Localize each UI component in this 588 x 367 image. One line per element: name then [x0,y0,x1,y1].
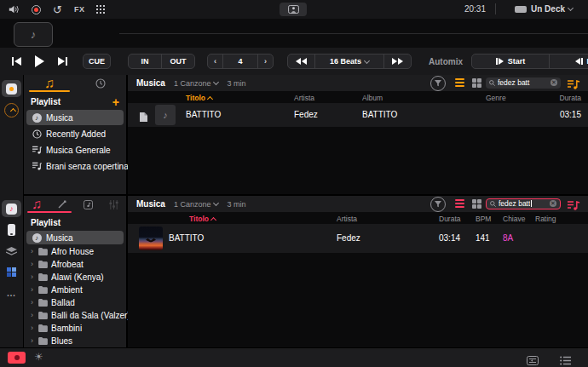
sidebar-item-folder[interactable]: › Balli da Sala (Valzer) [26,309,124,321]
search-input[interactable]: fedez batt ✕ [486,198,561,209]
filter-button[interactable] [430,197,446,212]
column-album[interactable]: Album [362,94,383,102]
track-duration: 03:15 [560,110,581,119]
playlist-icon [31,146,43,154]
sidebar-item-folder[interactable]: › Ballad [26,296,124,308]
disclosure-icon[interactable]: › [31,272,36,281]
bottom-bar: ☀ [0,347,588,367]
sharing-button[interactable] [280,3,307,16]
speaker-icon[interactable] [9,5,20,14]
disclosure-icon[interactable]: › [31,298,36,307]
beats-dropdown[interactable]: 16 Beats [315,54,383,68]
play-button[interactable] [35,55,44,67]
column-title[interactable]: Titolo [186,94,212,102]
automix-end-button[interactable]: End [550,54,588,68]
grid-view-button[interactable] [472,78,481,88]
deck-selector[interactable]: Un Deck [515,4,573,14]
list-view-button[interactable] [455,78,464,87]
column-duration[interactable]: Durata [559,94,581,102]
sidebar-item-folder[interactable]: › Blues [26,335,124,347]
column-artist[interactable]: Artista [294,94,314,102]
clear-search-button[interactable]: ✕ [550,200,556,207]
deck-track-tile[interactable]: ♪ [14,22,53,47]
filter-button[interactable] [430,76,446,91]
disclosure-icon[interactable]: › [31,311,36,319]
column-rating[interactable]: Rating [535,215,556,223]
sidebar-item-folder[interactable]: › Afro House [26,245,124,257]
deck-label: Un Deck [531,4,565,14]
column-artist[interactable]: Artista [337,215,357,223]
search-input[interactable]: fedez batt ✕ [486,77,561,89]
track-row[interactable]: ♪ BATTITO Fedez BATTITO 03:15 [128,103,588,127]
add-playlist-button[interactable]: + [112,98,119,106]
tab-history[interactable] [75,75,126,92]
sidebar-item-musica[interactable]: ♪ Musica [26,110,124,125]
disclosure-icon[interactable]: › [31,247,36,255]
sidebar-item-folder[interactable]: › Alawi (Kenya) [26,271,124,283]
loop-increase-button[interactable]: › [258,54,273,68]
album-icon [84,200,93,209]
sidebar-item-musica[interactable]: ♪ Musica [26,231,124,244]
clear-search-button[interactable]: ✕ [551,79,557,86]
skip-back-button[interactable] [12,57,21,66]
disclosure-icon[interactable]: › [31,260,36,268]
skip-forward-button[interactable] [58,57,67,66]
device-button[interactable] [2,221,21,238]
disclosure-icon[interactable]: › [31,285,36,294]
sidebar-top: ♫ Playlist + ♪ Musica Recently Added Mus… [24,75,126,194]
track-row[interactable]: BATTITO Fedez 03:14 141 8A [128,224,588,253]
automix-start-button[interactable]: Start [472,54,549,68]
sidebar-item-folder[interactable]: › Afrobeat [26,258,124,270]
queue-panel-button[interactable] [527,353,539,367]
sidebar-item-musica-generale[interactable]: Musica Generale [26,142,124,158]
undo-icon[interactable]: ↺ [53,4,62,15]
camera-button[interactable] [8,352,26,364]
disclosure-icon[interactable]: › [31,324,36,332]
sidebar-item-recently-added[interactable]: Recently Added [26,126,124,141]
track-count-dropdown[interactable]: 1 Canzone [174,79,219,88]
tab-playlists[interactable]: ♫ [24,75,75,92]
disclosure-icon[interactable]: › [31,336,36,345]
library-source-button[interactable] [2,80,21,97]
total-duration: 3 min [227,79,245,88]
column-title[interactable]: Titolo [189,215,216,223]
playlist-header: Playlist [24,213,126,230]
tab-needle[interactable] [49,196,75,213]
fx-button[interactable]: FX [74,6,85,14]
out-button[interactable]: OUT [162,54,194,68]
file-icon [140,110,147,125]
list-view-button[interactable] [455,199,464,208]
record-icon[interactable] [32,5,41,14]
loop-decrease-button[interactable]: ‹ [208,54,222,68]
sidebar-item-folder[interactable]: › Ambient [26,284,124,295]
active-tab-underline [27,211,72,213]
stack-button[interactable] [2,243,21,260]
track-count-dropdown[interactable]: 1 Canzone [174,200,219,209]
more-sources-button[interactable]: … [2,284,21,301]
sidebar-item-folder[interactable]: › Bambini [26,322,124,334]
cue-button[interactable]: CUE [83,54,111,69]
funnel-icon [435,80,441,87]
jump-forward-button[interactable] [384,54,411,68]
folder-icon [37,312,48,319]
collapse-button[interactable] [4,103,19,118]
column-genre[interactable]: Genre [486,94,506,102]
chevron-up-icon [4,103,19,118]
column-bpm[interactable]: BPM [476,215,491,223]
grid-view-button[interactable] [472,199,481,209]
grid-icon[interactable] [96,5,105,14]
tab-albums[interactable] [75,196,101,213]
tracklist-button[interactable] [560,353,571,367]
music-library-button[interactable]: ♪ [2,200,21,217]
tab-playlists[interactable]: ♫ [24,196,49,213]
drives-button[interactable] [2,264,21,281]
in-button[interactable]: IN [129,54,161,68]
tab-hardware[interactable] [101,196,126,213]
folder-icon [37,261,48,268]
column-key[interactable]: Chiave [503,215,525,223]
sidebar-item-brani-senza-copertina[interactable]: Brani senza copertina [26,158,124,174]
sidebar-item-label: Afro House [51,247,94,256]
brightness-icon[interactable]: ☀ [34,351,43,363]
jump-back-button[interactable] [288,54,314,68]
column-duration[interactable]: Durata [439,215,461,223]
